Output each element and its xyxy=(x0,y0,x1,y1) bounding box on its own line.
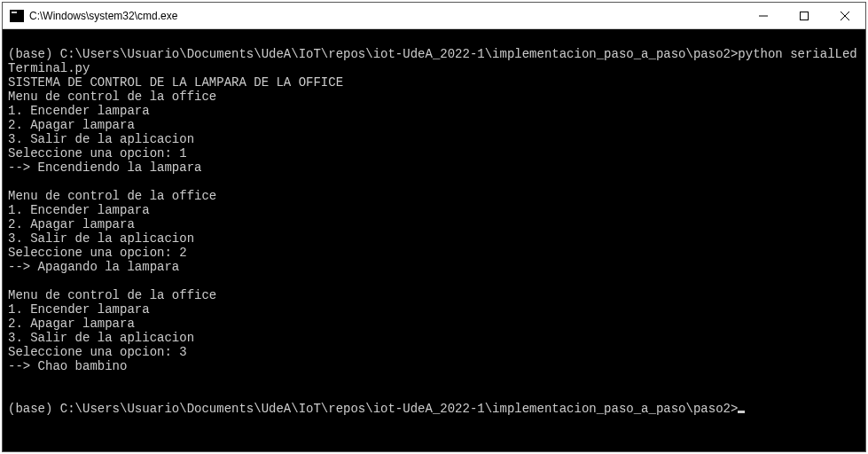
terminal-output[interactable]: (base) C:\Users\Usuario\Documents\UdeA\I… xyxy=(3,29,865,451)
terminal-line: 3. Salir de la aplicacion xyxy=(8,331,194,345)
titlebar[interactable]: C:\Windows\system32\cmd.exe xyxy=(3,3,865,29)
cmd-icon xyxy=(10,10,24,22)
terminal-line: --> Encendiendo la lampara xyxy=(8,160,201,175)
terminal-line: 1. Encender lampara xyxy=(8,203,150,217)
terminal-line: --> Chao bambino xyxy=(8,359,127,373)
terminal-prompt: (base) C:\Users\Usuario\Documents\UdeA\I… xyxy=(8,402,738,416)
user-input: 3 xyxy=(179,345,186,359)
user-input: 1 xyxy=(179,146,186,160)
terminal-line: 2. Apagar lampara xyxy=(8,118,135,132)
window-title: C:\Windows\system32\cmd.exe xyxy=(29,10,743,22)
minimize-icon xyxy=(759,12,768,20)
user-input: 2 xyxy=(179,246,186,260)
window-controls xyxy=(743,3,865,28)
close-button[interactable] xyxy=(825,3,865,28)
maximize-button[interactable] xyxy=(784,3,825,28)
terminal-line: Seleccione una opcion: xyxy=(8,246,179,260)
minimize-button[interactable] xyxy=(743,3,784,28)
terminal-line: 2. Apagar lampara xyxy=(8,317,135,331)
terminal-line: SISTEMA DE CONTROL DE LA LAMPARA DE LA O… xyxy=(8,75,343,90)
terminal-line: --> Apagando la lampara xyxy=(8,260,179,274)
cursor xyxy=(738,411,745,413)
terminal-line: Menu de control de la office xyxy=(8,189,216,203)
close-icon xyxy=(841,12,849,20)
terminal-line: Menu de control de la office xyxy=(8,90,216,104)
terminal-line: Seleccione una opcion: xyxy=(8,345,179,359)
terminal-line: Seleccione una opcion: xyxy=(8,146,179,160)
maximize-icon xyxy=(800,12,809,20)
terminal-line: 3. Salir de la aplicacion xyxy=(8,231,194,246)
svg-rect-1 xyxy=(801,12,809,20)
terminal-line: (base) C:\Users\Usuario\Documents\UdeA\I… xyxy=(8,47,738,61)
terminal-line: 1. Encender lampara xyxy=(8,104,150,118)
terminal-line: 2. Apagar lampara xyxy=(8,217,135,231)
terminal-line: 3. Salir de la aplicacion xyxy=(8,132,194,146)
terminal-line: 1. Encender lampara xyxy=(8,302,150,317)
terminal-line: Menu de control de la office xyxy=(8,288,216,302)
cmd-window: C:\Windows\system32\cmd.exe (base) C:\Us… xyxy=(2,2,866,452)
